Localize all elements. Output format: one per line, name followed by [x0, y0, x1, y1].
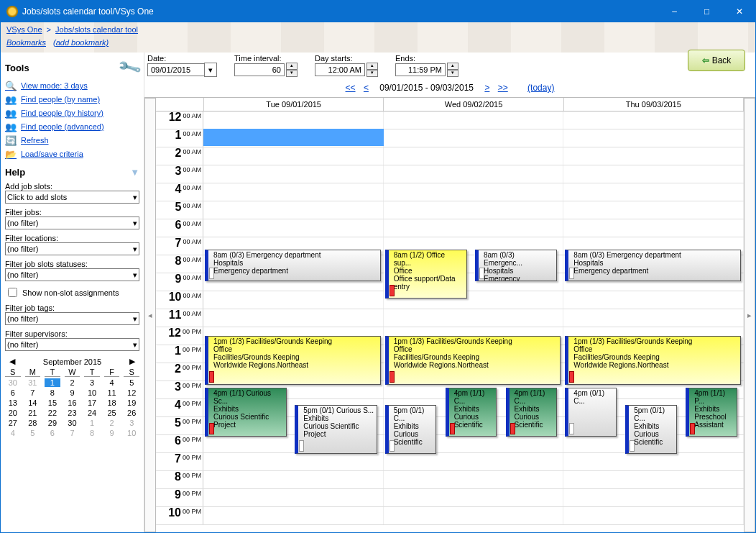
minical-day[interactable]: 12: [124, 388, 139, 397]
minical-day[interactable]: 10: [84, 388, 100, 397]
calendar-event[interactable]: 8am (0/3) Emergency departmentHospitalsE…: [205, 250, 381, 281]
minical-day[interactable]: 20: [5, 409, 21, 417]
minical-day[interactable]: 6: [45, 429, 60, 437]
time-row[interactable]: 300 AM: [156, 165, 744, 183]
minical-day[interactable]: 7: [65, 429, 80, 437]
calendar-event[interactable]: 1pm (1/3) Facilities/Grounds KeepingOffi…: [385, 336, 561, 385]
spin-up[interactable]: ▴: [286, 63, 298, 70]
time-row[interactable]: 900 PM: [156, 489, 744, 507]
minical-day[interactable]: 8: [45, 388, 60, 397]
filter-supervisors-combo[interactable]: (no filter)▾: [5, 338, 139, 351]
nav-first[interactable]: <<: [346, 83, 356, 93]
tool-link[interactable]: 👥Find people (by name): [5, 94, 139, 105]
minical-day[interactable]: 25: [104, 409, 120, 417]
minical-day[interactable]: 10: [124, 429, 139, 437]
minical-day[interactable]: 29: [45, 419, 60, 427]
day-header[interactable]: Tue 09/01/2015: [204, 98, 384, 111]
minical-day[interactable]: 30: [5, 378, 21, 387]
time-row[interactable]: 1000 PM: [156, 507, 744, 525]
minical-day[interactable]: 27: [5, 419, 21, 427]
breadcrumb-root[interactable]: VSys One: [6, 25, 42, 34]
filter-locations-combo[interactable]: (no filter)▾: [5, 242, 139, 255]
time-row[interactable]: 1100 AM: [156, 309, 744, 327]
calendar-event[interactable]: 8am (0/3) Emergenc...HospitalsEmergency: [475, 250, 557, 281]
minical-day[interactable]: 11: [104, 388, 120, 397]
tool-link[interactable]: 🔄Refresh: [5, 135, 139, 146]
minical-day[interactable]: 21: [25, 409, 41, 417]
scroll-left-handle[interactable]: ◂: [144, 98, 156, 532]
minical-day[interactable]: 17: [84, 398, 100, 407]
minical-day[interactable]: 3: [124, 419, 139, 427]
help-header[interactable]: Help ▼: [5, 167, 139, 178]
nav-next[interactable]: >: [484, 83, 489, 93]
dropdown-arrow-icon[interactable]: ▾: [204, 63, 217, 77]
filter-tags-combo[interactable]: (no filter)▾: [5, 312, 139, 325]
calendar-event[interactable]: 4pm (1/1) P...ExhibitsPreschoolAssistant: [686, 388, 737, 437]
nav-today[interactable]: (today): [527, 83, 554, 93]
calendar-event[interactable]: 4pm (1/1) C...ExhibitsCuriousScientific: [446, 388, 497, 437]
minical-day[interactable]: 2: [65, 378, 80, 387]
minical-day[interactable]: 1: [45, 378, 60, 387]
minical-day[interactable]: 14: [25, 398, 41, 407]
time-row[interactable]: 500 AM: [156, 201, 744, 219]
time-row[interactable]: 200 AM: [156, 147, 744, 165]
minical-day[interactable]: 2: [104, 419, 120, 427]
breadcrumb-leaf[interactable]: Jobs/slots calendar tool: [55, 25, 138, 34]
add-bookmark-link[interactable]: (add bookmark): [53, 38, 109, 47]
minical-day[interactable]: 16: [65, 398, 80, 407]
calendar-event[interactable]: 8am (0/3) Emergency departmentHospitalsE…: [565, 250, 741, 281]
time-selection[interactable]: [203, 129, 384, 146]
minical-day[interactable]: 23: [65, 409, 80, 417]
minical-day[interactable]: 4: [104, 378, 120, 387]
calendar-event[interactable]: 1pm (1/3) Facilities/Grounds KeepingOffi…: [565, 336, 741, 385]
tool-link[interactable]: 📂Load/save criteria: [5, 148, 139, 160]
minical-day[interactable]: 1: [84, 419, 100, 427]
calendar-event[interactable]: 1pm (1/3) Facilities/Grounds KeepingOffi…: [205, 336, 381, 385]
nav-last[interactable]: >>: [498, 83, 508, 93]
spin-up[interactable]: ▴: [367, 63, 378, 70]
minimize-button[interactable]: –: [658, 1, 691, 22]
interval-input[interactable]: [234, 63, 285, 76]
minical-day[interactable]: 6: [5, 388, 21, 397]
minical-day[interactable]: 5: [124, 378, 139, 387]
spin-up[interactable]: ▴: [447, 63, 458, 70]
calendar-event[interactable]: 4pm (0/1) C...: [565, 388, 617, 437]
time-row[interactable]: 1200 AM: [156, 111, 744, 129]
spin-down[interactable]: ▾: [286, 70, 298, 77]
spin-down[interactable]: ▾: [447, 70, 458, 77]
calendar-event[interactable]: 4pm (1/1) C...ExhibitsCuriousScientific: [506, 388, 558, 437]
minical-day[interactable]: 8: [84, 429, 100, 437]
minical-day[interactable]: 3: [84, 378, 100, 387]
minical-day[interactable]: 15: [45, 398, 60, 407]
minical-day[interactable]: 30: [65, 419, 80, 427]
maximize-button[interactable]: □: [691, 1, 723, 22]
calendar-event[interactable]: 5pm (0/1) C...ExhibitsCuriousScientific: [625, 405, 677, 454]
scroll-right-handle[interactable]: ▸: [744, 98, 755, 532]
calendar-event[interactable]: 4pm (1/1) Curious Sc...ExhibitsCurious S…: [205, 388, 287, 437]
minical-day[interactable]: 26: [124, 409, 139, 417]
show-nonslot-checkbox[interactable]: Show non-slot assignments: [5, 286, 139, 299]
tool-link[interactable]: 👥Find people (advanced): [5, 121, 139, 132]
minical-day[interactable]: 7: [25, 388, 41, 397]
minical-next[interactable]: ▶: [129, 357, 135, 366]
calendar-body[interactable]: 1200 AM100 AM200 AM300 AM400 AM500 AM600…: [156, 111, 744, 532]
minical-day[interactable]: 22: [45, 409, 60, 417]
minical-day[interactable]: 9: [65, 388, 80, 397]
minical-day[interactable]: 19: [124, 398, 139, 407]
minical-day[interactable]: 24: [84, 409, 100, 417]
add-slots-combo[interactable]: Click to add slots▾: [5, 191, 139, 204]
time-row[interactable]: 700 PM: [156, 453, 744, 471]
day-header[interactable]: Wed 09/02/2015: [384, 98, 563, 111]
time-row[interactable]: 800 PM: [156, 471, 744, 489]
tool-link[interactable]: 👥Find people (by history): [5, 107, 139, 119]
dayend-input[interactable]: [395, 63, 446, 76]
filter-status-combo[interactable]: (no filter)▾: [5, 268, 139, 281]
day-header[interactable]: Thu 09/03/2015: [564, 98, 744, 111]
calendar-event[interactable]: 8am (1/2) Office sup...OfficeOffice supp…: [385, 250, 467, 299]
date-input[interactable]: [147, 63, 205, 76]
time-row[interactable]: 400 AM: [156, 183, 744, 201]
minical-day[interactable]: 4: [5, 429, 21, 437]
minical-day[interactable]: 5: [25, 429, 41, 437]
spin-down[interactable]: ▾: [367, 70, 378, 77]
minical-day[interactable]: 13: [5, 398, 21, 407]
